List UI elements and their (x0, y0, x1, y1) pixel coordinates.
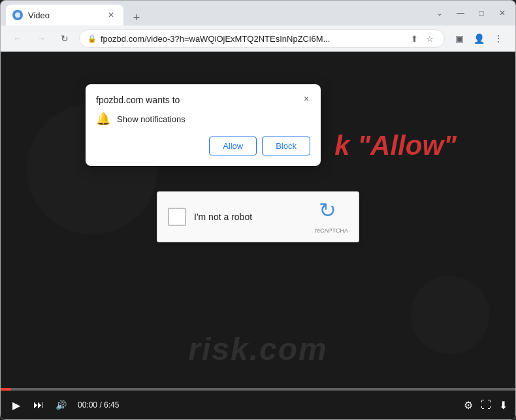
right-controls: ⚙ ⛶ ⬇ (464, 399, 508, 412)
title-bar: Video ✕ + ⌄ — □ ✕ (1, 1, 515, 25)
volume-button[interactable]: 🔊 (53, 397, 69, 413)
address-icons: ⬆ ☆ (408, 32, 436, 45)
settings-button[interactable]: ⚙ (464, 399, 473, 412)
time-display: 00:00 / 6:45 (78, 400, 119, 410)
next-button[interactable]: ⏭ (31, 397, 46, 413)
block-button[interactable]: Block (262, 137, 310, 155)
fullscreen-button[interactable]: ⛶ (481, 399, 491, 411)
back-button[interactable]: ← (8, 29, 27, 48)
permission-popup: × fpozbd.com wants to 🔔 Show notificatio… (86, 84, 321, 166)
tab-close-button[interactable]: ✕ (105, 9, 117, 21)
recaptcha-right: ↻ reCAPTCHA (315, 200, 348, 234)
download-button[interactable]: ⬇ (499, 399, 508, 412)
window-close-button[interactable]: ✕ (494, 5, 510, 21)
toolbar-icons: ▣ 👤 ⋮ (450, 29, 508, 48)
recaptcha-arrow-icon: ↻ (319, 200, 344, 221)
recaptcha-widget: I'm not a robot ↻ reCAPTCHA (157, 191, 359, 242)
tab-favicon (12, 10, 23, 20)
permission-label: Show notifications (117, 114, 185, 124)
popup-buttons: Allow Block (96, 137, 310, 155)
content-area: k "Allow" risk.com I'm not a robot ↻ reC… (1, 52, 515, 419)
share-icon[interactable]: ⬆ (408, 32, 421, 45)
side-panel-icon[interactable]: ▣ (450, 29, 468, 48)
bookmark-icon[interactable]: ☆ (423, 32, 436, 45)
minimize-button[interactable]: — (453, 5, 468, 21)
reload-button[interactable]: ↻ (56, 29, 74, 48)
recaptcha-left: I'm not a robot (168, 208, 252, 226)
url-text: fpozbd.com/video-3?h=waWQiOjExMTQ2NTEsIn… (101, 34, 404, 44)
address-bar[interactable]: 🔒 fpozbd.com/video-3?h=waWQiOjExMTQ2NTEs… (79, 29, 445, 48)
tab-area: Video ✕ + (6, 1, 432, 25)
allow-bg-text: k "Allow" (334, 130, 457, 161)
play-button[interactable]: ▶ (8, 397, 24, 413)
profile-icon[interactable]: 👤 (470, 29, 488, 48)
forward-button[interactable]: → (32, 29, 50, 48)
permission-row: 🔔 Show notifications (96, 112, 310, 126)
recaptcha-brand-text: reCAPTCHA (315, 227, 348, 234)
allow-button[interactable]: Allow (209, 137, 257, 155)
profile-chevron-button[interactable]: ⌄ (432, 5, 447, 21)
menu-icon[interactable]: ⋮ (489, 29, 508, 48)
recaptcha-label: I'm not a robot (194, 212, 252, 222)
watermark-text: risk.com (188, 331, 327, 367)
recaptcha-logo: ↻ (319, 200, 344, 225)
chrome-window: Video ✕ + ⌄ — □ ✕ ← → ↻ 🔒 fpozbd.com/vid… (0, 0, 516, 420)
lock-icon: 🔒 (88, 35, 97, 43)
popup-close-button[interactable]: × (298, 91, 314, 106)
recaptcha-checkbox[interactable] (168, 208, 186, 226)
popup-title: fpozbd.com wants to (96, 95, 310, 105)
video-controls: ▶ ⏭ 🔊 00:00 / 6:45 ⚙ (1, 391, 515, 419)
maximize-button[interactable]: □ (474, 5, 489, 21)
bell-icon: 🔔 (96, 112, 110, 126)
bg-circle-2 (411, 276, 489, 354)
window-controls: ⌄ — □ ✕ (432, 5, 510, 21)
new-tab-button[interactable]: + (129, 10, 144, 25)
svg-point-0 (15, 12, 20, 18)
active-tab[interactable]: Video ✕ (6, 5, 123, 25)
nav-bar: ← → ↻ 🔒 fpozbd.com/video-3?h=waWQiOjExMT… (1, 25, 515, 52)
tab-title: Video (28, 10, 100, 20)
